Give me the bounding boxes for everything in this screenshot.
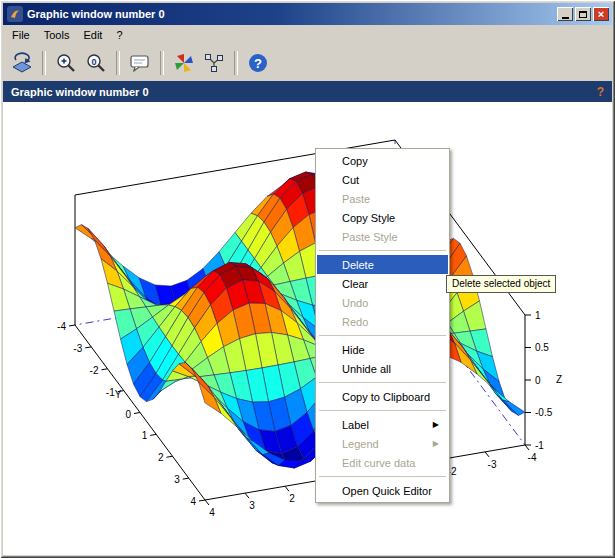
menu-item-unhide-all[interactable]: Unhide all [317,359,448,378]
menu-item-label: Paste Style [342,231,398,243]
plot-canvas[interactable]: -4-3-2-10123443210-1-2-3-4-1-0.500.51YXZ [3,102,612,555]
svg-text:2: 2 [289,493,295,504]
toolbar-separator [160,51,164,75]
menu-item-undo: Undo [317,293,448,312]
menu-separator [319,335,446,336]
svg-text:-3: -3 [488,459,497,470]
menu-item-cut[interactable]: Cut [317,170,448,189]
svg-text:?: ? [254,55,262,70]
minimize-icon [562,17,569,19]
menu-item-label: Hide [342,344,365,356]
menu-item-label: Redo [342,316,368,328]
svg-text:-1: -1 [535,440,544,451]
menu-item-open-quick-editor[interactable]: Open Quick Editor [317,481,448,500]
menu-edit[interactable]: Edit [76,27,109,43]
menu-separator [319,250,446,251]
surface-plot-image: -4-3-2-10123443210-1-2-3-4-1-0.500.51YXZ [3,102,612,555]
menu-item-hide[interactable]: Hide [317,340,448,359]
svg-text:4: 4 [209,507,215,518]
graphic-window: Graphic window number 0 × File Tools Edi… [0,0,615,558]
menu-item-label: Label [342,419,369,431]
toolbar-separator [42,51,46,75]
menu-bar: File Tools Edit ? [3,25,612,44]
demos-pinwheel-icon [172,51,196,75]
toolbar-separator [234,51,238,75]
minimize-button[interactable] [557,7,573,21]
tooltip: Delete selected object [446,275,556,293]
svg-text:2: 2 [158,452,164,463]
menu-item-label: Open Quick Editor [342,485,432,497]
svg-text:Y: Y [115,389,122,400]
menu-item-copy-style[interactable]: Copy Style [317,208,448,227]
menu-item-label: Clear [342,278,368,290]
app-icon [7,6,23,22]
original-view-icon: 0 [84,51,108,75]
datatips-icon [202,51,226,75]
context-menu: Copy Cut Paste Copy Style Paste Style De… [315,148,450,503]
tooltip-text: Delete selected object [452,278,550,289]
svg-text:Z: Z [556,374,562,385]
menu-item-label: Edit curve data [342,457,415,469]
svg-text:1: 1 [142,430,148,441]
svg-text:-2: -2 [90,365,99,376]
toolbar: 0 [3,44,612,81]
menu-item-label: Unhide all [342,363,391,375]
menu-help[interactable]: ? [109,27,129,43]
menu-item-clear[interactable]: Clear [317,274,448,293]
zoom-area-button[interactable] [51,49,81,77]
demos-button[interactable] [169,49,199,77]
svg-text:0: 0 [91,56,96,66]
original-view-button[interactable]: 0 [81,49,111,77]
svg-text:0: 0 [535,375,541,386]
info-help-icon[interactable]: ? [597,85,604,99]
menu-tools[interactable]: Tools [37,27,77,43]
svg-text:-3: -3 [73,343,82,354]
menu-item-delete[interactable]: Delete [317,255,448,274]
submenu-arrow-icon: ▶ [433,439,439,448]
menu-item-label: Copy to Clipboard [342,391,430,403]
svg-text:0.5: 0.5 [535,342,549,353]
svg-text:3: 3 [174,474,180,485]
menu-item-label: Copy Style [342,212,395,224]
help-button[interactable]: ? [243,49,273,77]
menu-item-label: Paste [342,193,370,205]
submenu-arrow-icon: ▶ [433,420,439,429]
help-icon: ? [246,51,270,75]
graphics-editor-button[interactable] [125,49,155,77]
menu-item-label[interactable]: Label▶ [317,415,448,434]
svg-text:4: 4 [190,496,196,507]
graphics-editor-icon [128,51,152,75]
svg-text:-0.5: -0.5 [535,407,553,418]
menu-separator [319,382,446,383]
toolbar-separator [116,51,120,75]
maximize-icon [579,11,587,18]
menu-file[interactable]: File [5,27,37,43]
close-icon: × [598,8,604,20]
menu-item-paste-style: Paste Style [317,227,448,246]
menu-item-label: Delete [342,259,374,271]
menu-item-legend: Legend▶ [317,434,448,453]
window-title: Graphic window number 0 [27,8,553,20]
menu-item-label: Legend [342,438,379,450]
window-controls: × [557,7,609,21]
menu-separator [319,476,446,477]
info-bar: Graphic window number 0 ? [3,81,612,102]
rotate-button[interactable] [7,49,37,77]
svg-text:-4: -4 [528,452,537,463]
titlebar[interactable]: Graphic window number 0 × [3,3,612,25]
menu-item-redo: Redo [317,312,448,331]
menu-item-copy-to-clipboard[interactable]: Copy to Clipboard [317,387,448,406]
menu-item-edit-curve-data: Edit curve data [317,453,448,472]
menu-item-paste: Paste [317,189,448,208]
svg-text:-4: -4 [57,321,66,332]
close-button[interactable]: × [593,7,609,21]
svg-text:0: 0 [125,409,131,420]
zoom-area-icon [54,51,78,75]
maximize-button[interactable] [575,7,591,21]
svg-text:3: 3 [249,500,255,511]
menu-item-label: Undo [342,297,368,309]
menu-separator [319,410,446,411]
datatips-button[interactable] [199,49,229,77]
svg-text:1: 1 [535,310,541,321]
menu-item-copy[interactable]: Copy [317,151,448,170]
